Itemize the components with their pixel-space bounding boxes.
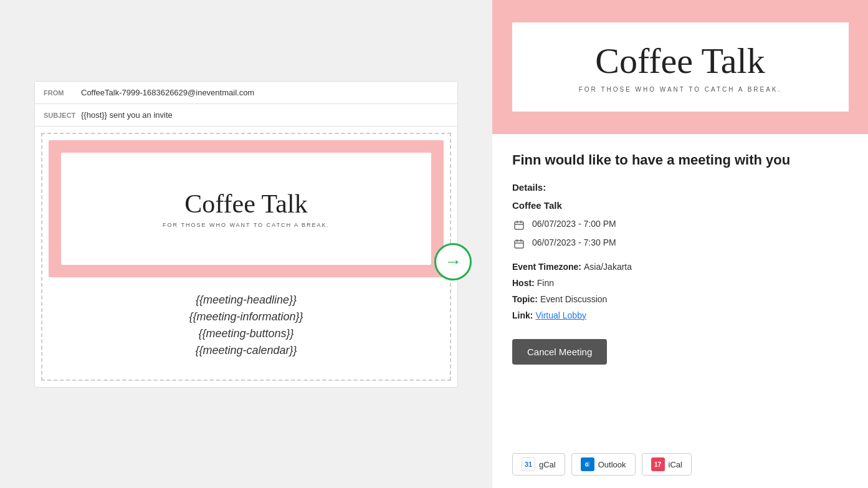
arrow-circle: → xyxy=(434,243,472,280)
from-value: CoffeeTalk-7999-1683626629@ineventmail.c… xyxy=(81,88,254,97)
timezone-value: Asia/Jakarta xyxy=(584,262,632,272)
svg-rect-0 xyxy=(515,222,523,229)
start-datetime: 06/07/2023 - 7:00 PM xyxy=(532,218,616,231)
template-title: Coffee Talk xyxy=(184,189,307,218)
link-label: Link: xyxy=(512,310,533,320)
calendar-row: 31 gCal O Outlook 17 iCal xyxy=(492,447,868,488)
template-outer: Coffee Talk FOR THOSE WHO WANT TO CATCH … xyxy=(49,140,444,277)
host-label: Host: xyxy=(512,278,535,288)
gcal-label: gCal xyxy=(539,460,556,469)
event-name: Coffee Talk xyxy=(512,200,848,211)
template-subtitle: FOR THOSE WHO WANT TO CATCH A BREAK. xyxy=(163,222,330,228)
placeholder-calendar: {{meeting-calendar}} xyxy=(55,344,437,357)
banner-subtitle: FOR THOSE WHO WANT TO CATCH A BREAK. xyxy=(579,86,782,93)
ical-icon: 17 xyxy=(651,457,665,471)
from-field: FROM CoffeeTalk-7999-1683626629@ineventm… xyxy=(35,82,457,104)
banner-title: Coffee Talk xyxy=(595,41,765,81)
outlook-icon: O xyxy=(581,457,594,471)
outlook-button[interactable]: O Outlook xyxy=(571,453,636,476)
start-datetime-row: 06/07/2023 - 7:00 PM xyxy=(512,218,848,232)
right-panel: Coffee Talk FOR THOSE WHO WANT TO CATCH … xyxy=(492,0,868,488)
meeting-content: Finn would like to have a meeting with y… xyxy=(492,134,868,447)
email-container: FROM CoffeeTalk-7999-1683626629@ineventm… xyxy=(34,81,458,388)
calendar-end-icon xyxy=(512,237,526,251)
subject-value: {{host}} sent you an invite xyxy=(81,110,173,120)
arrow-container: → xyxy=(434,243,472,280)
subject-field: SUBJECT {{host}} sent you an invite xyxy=(35,104,457,127)
ical-button[interactable]: 17 iCal xyxy=(642,453,692,476)
end-datetime: 06/07/2023 - 7:30 PM xyxy=(532,237,616,249)
from-label: FROM xyxy=(44,89,81,97)
ical-label: iCal xyxy=(669,460,682,469)
link-row: Link: Virtual Lobby xyxy=(512,310,848,320)
outlook-label: Outlook xyxy=(598,460,626,469)
placeholder-headline: {{meeting-headline}} xyxy=(55,294,437,307)
host-row: Host: Finn xyxy=(512,278,848,288)
right-arrow-icon: → xyxy=(444,252,462,272)
left-panel: FROM CoffeeTalk-7999-1683626629@ineventm… xyxy=(0,0,492,488)
placeholder-information: {{meeting-information}} xyxy=(55,310,437,323)
topic-label: Topic: xyxy=(512,294,538,304)
gcal-button[interactable]: 31 gCal xyxy=(512,453,565,476)
subject-label: SUBJECT xyxy=(44,112,81,119)
meeting-headline: Finn would like to have a meeting with y… xyxy=(512,151,848,170)
timezone-row: Event Timezone: Asia/Jakarta xyxy=(512,262,848,272)
details-label: Details: xyxy=(512,182,848,193)
svg-text:O: O xyxy=(584,462,588,467)
topic-row: Topic: Event Discussion xyxy=(512,294,848,304)
timezone-label: Event Timezone: xyxy=(512,262,581,272)
template-inner: Coffee Talk FOR THOSE WHO WANT TO CATCH … xyxy=(61,153,431,265)
cancel-button-wrapper: Cancel Meeting xyxy=(512,330,848,377)
calendar-start-icon xyxy=(512,218,526,232)
svg-rect-4 xyxy=(515,241,523,248)
email-body: Coffee Talk FOR THOSE WHO WANT TO CATCH … xyxy=(41,133,451,381)
end-datetime-row: 06/07/2023 - 7:30 PM xyxy=(512,237,848,251)
virtual-lobby-link[interactable]: Virtual Lobby xyxy=(535,310,586,320)
banner: Coffee Talk FOR THOSE WHO WANT TO CATCH … xyxy=(492,0,868,134)
topic-value: Event Discussion xyxy=(540,294,607,304)
gcal-icon: 31 xyxy=(522,457,535,471)
host-value: Finn xyxy=(537,278,554,288)
template-placeholders: {{meeting-headline}} {{meeting-informati… xyxy=(49,277,444,373)
cancel-meeting-button[interactable]: Cancel Meeting xyxy=(512,339,607,365)
placeholder-buttons: {{meeting-buttons}} xyxy=(55,327,437,340)
banner-inner: Coffee Talk FOR THOSE WHO WANT TO CATCH … xyxy=(512,22,849,112)
